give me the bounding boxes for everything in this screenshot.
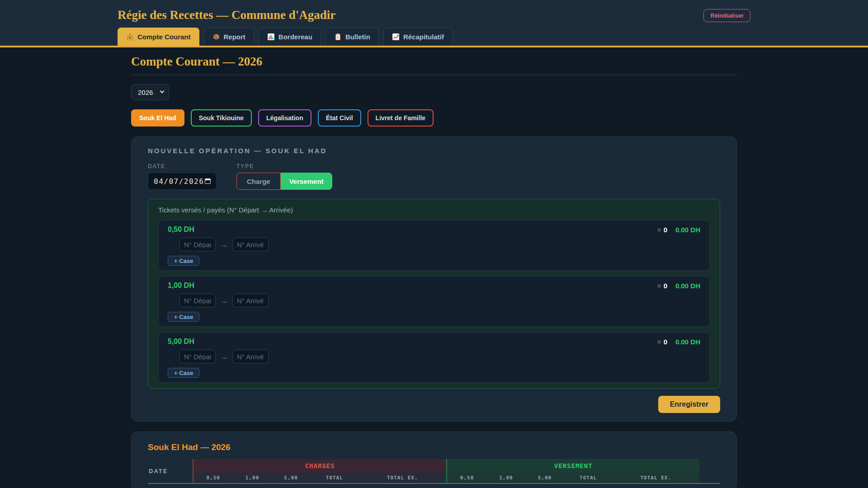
tab-compte-courant[interactable]: $ Compte Courant [118, 28, 199, 46]
versement-col-total: TOTAL [564, 473, 613, 483]
reset-button[interactable]: Réinitialiser [703, 9, 750, 22]
ticket-row-050: 0,50 DH =0 0.00 DH → + Case [158, 220, 710, 271]
main-tabs: $ Compte Courant Report Bordereau [118, 28, 750, 46]
ticket-amount: 0.00 DH [675, 282, 700, 290]
versement-button[interactable]: Versement [281, 173, 332, 190]
type-label: TYPE [236, 163, 332, 169]
ticket-count: 0 [664, 226, 667, 234]
tab-label: Bulletin [345, 33, 370, 41]
summary-table-header: DATE CHARGES VERSEMENT 0,50 1,00 5,00 TO… [148, 459, 720, 483]
arrivee-input[interactable] [232, 238, 269, 251]
denomination-label: 5,00 DH [168, 338, 194, 345]
service-souk-tikiouine[interactable]: Souk Tikiouine [191, 109, 252, 127]
tab-bordereau[interactable]: Bordereau [259, 28, 321, 46]
ticket-row-100: 1,00 DH =0 0.00 DH → + Case [158, 276, 710, 327]
tab-label: Report [224, 33, 245, 41]
service-legalisation[interactable]: Légalisation [258, 109, 311, 127]
chart-increasing-icon [392, 33, 400, 41]
add-case-button[interactable]: + Case [168, 368, 199, 378]
tickets-caption: Tickets versés / payés (N° Départ → Arri… [158, 206, 710, 215]
add-case-button[interactable]: + Case [168, 256, 199, 266]
save-button[interactable]: Enregistrer [658, 396, 720, 413]
summary-panel: Souk El Had — 2026 DATE CHARGES VERSEMEN… [131, 432, 737, 488]
depart-input[interactable] [179, 350, 216, 363]
year-select-wrap: 2026 [131, 84, 169, 100]
summary-table: DATE CHARGES VERSEMENT 0,50 1,00 5,00 TO… [148, 459, 720, 484]
add-case-button[interactable]: + Case [168, 312, 199, 322]
tab-label: Récapitulatif [403, 33, 444, 41]
new-operation-panel: NOUVELLE OPÉRATION — SOUK EL HAD DATE 04… [131, 136, 737, 422]
tab-label: Compte Courant [137, 33, 191, 41]
charges-col-100: 1,00 [233, 473, 272, 483]
svg-text:$: $ [129, 36, 131, 40]
equals-sign: = [657, 282, 661, 290]
versement-col-total-ex: TOTAL EX. [613, 473, 699, 483]
app-header: Régie des Recettes — Commune d'Agadir Ré… [0, 0, 868, 47]
date-input[interactable]: 04/07/2026 [148, 173, 217, 190]
date-column-header: DATE [148, 459, 193, 483]
ticket-amount: 0.00 DH [675, 338, 700, 346]
spacer-column [699, 459, 720, 483]
tab-report[interactable]: Report [204, 28, 254, 46]
denomination-label: 0,50 DH [168, 225, 194, 233]
charges-col-500: 5,00 [272, 473, 311, 483]
ticket-count: 0 [664, 338, 667, 346]
type-toggle: Charge Versement [236, 173, 332, 190]
year-select[interactable]: 2026 [131, 84, 169, 100]
package-icon [212, 33, 220, 41]
charges-col-050: 0,50 [193, 473, 233, 483]
ticket-amount: 0.00 DH [675, 226, 700, 234]
equals-sign: = [657, 338, 661, 346]
versement-col-050: 0,50 [447, 473, 486, 483]
arrow-right-icon: → [221, 353, 227, 361]
main-content: Compte Courant — 2026 2026 Souk El Had S… [131, 47, 737, 488]
calendar-icon [205, 178, 211, 184]
type-field: TYPE Charge Versement [236, 163, 332, 190]
charges-group-header: CHARGES [193, 459, 447, 473]
versement-group-header: VERSEMENT [447, 459, 699, 473]
app-title: Régie des Recettes — Commune d'Agadir [118, 7, 335, 23]
depart-input[interactable] [179, 238, 216, 251]
date-label: DATE [148, 163, 217, 169]
new-operation-title: NOUVELLE OPÉRATION — SOUK EL HAD [148, 147, 720, 155]
ticket-row-500: 5,00 DH =0 0.00 DH → + Case [158, 332, 710, 383]
service-etat-civil[interactable]: État Civil [318, 109, 361, 127]
service-livret-de-famille[interactable]: Livret de Famille [368, 109, 434, 127]
charges-col-total-ex: TOTAL EX. [359, 473, 447, 483]
page-title: Compte Courant — 2026 [131, 55, 737, 75]
arrivee-input[interactable] [232, 350, 269, 363]
arrow-right-icon: → [221, 241, 227, 249]
depart-input[interactable] [179, 294, 216, 307]
summary-title: Souk El Had — 2026 [148, 442, 720, 453]
denomination-label: 1,00 DH [168, 282, 194, 289]
tab-bulletin[interactable]: Bulletin [326, 28, 379, 46]
tickets-section: Tickets versés / payés (N° Départ → Arri… [148, 199, 720, 389]
ticket-count: 0 [664, 282, 667, 290]
bar-chart-icon [267, 33, 275, 41]
date-value: 04/07/2026 [154, 177, 204, 186]
date-field: DATE 04/07/2026 [148, 163, 217, 190]
tab-label: Bordereau [278, 33, 312, 41]
clipboard-icon [334, 33, 342, 41]
arrivee-input[interactable] [232, 294, 269, 307]
service-buttons: Souk El Had Souk Tikiouine Légalisation … [131, 109, 737, 127]
equals-sign: = [657, 226, 661, 234]
service-souk-el-had[interactable]: Souk El Had [131, 109, 184, 127]
money-bag-icon: $ [126, 33, 134, 41]
versement-col-500: 5,00 [525, 473, 564, 483]
arrow-right-icon: → [221, 297, 227, 305]
charge-button[interactable]: Charge [236, 173, 281, 190]
tab-recapitulatif[interactable]: Récapitulatif [383, 28, 453, 46]
charges-col-total: TOTAL [310, 473, 359, 483]
versement-col-100: 1,00 [487, 473, 526, 483]
